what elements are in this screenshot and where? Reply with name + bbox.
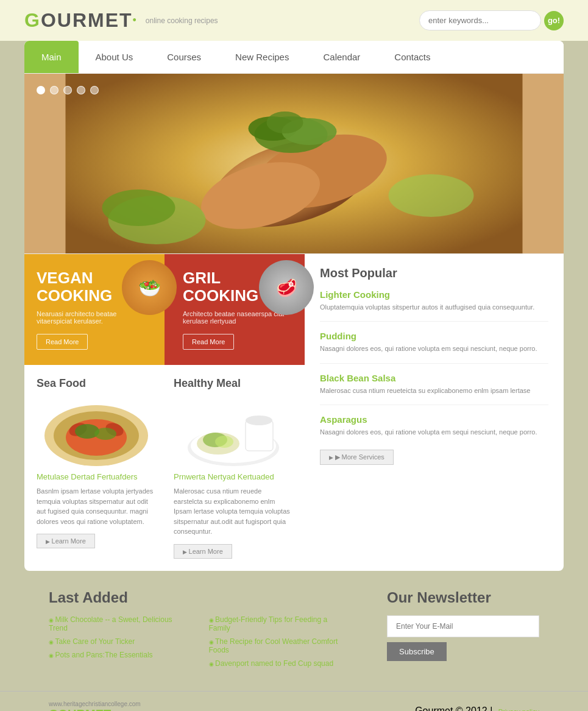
nav-main[interactable]: Main — [24, 41, 79, 73]
footer-logo: GOURMET — [49, 707, 141, 711]
search-bar: go! — [419, 10, 564, 30]
list-link-1[interactable]: Milk Chocolate -- a Sweet, Delicious Tre… — [49, 615, 172, 632]
vegan-card: VEGAN COOKING Nearuasi architecto beatae… — [24, 254, 165, 365]
healthy-link[interactable]: Prnwerta Nertyad Kertuaded — [174, 472, 292, 481]
popular-item-4-title[interactable]: Asparagus — [320, 414, 548, 425]
last-added-columns: Milk Chocolate -- a Sweet, Delicious Tre… — [49, 615, 350, 673]
main-content: Main About Us Courses New Recipes Calend… — [24, 41, 564, 571]
grill-card: GRIL COOKING Architecto beatae naseaersp… — [165, 254, 305, 365]
svg-point-17 — [94, 428, 116, 440]
seafood-desc: Basnlm ipsam lertase volupta jertyades t… — [37, 486, 155, 526]
grill-food-thumb: 🥩 — [259, 260, 314, 315]
healthy-title: Healthy Meal — [174, 377, 292, 390]
footer-right: Gourmet © 2012 | Privacy policy — [415, 706, 539, 711]
seafood-image — [37, 399, 155, 472]
list-item-6: Davenport named to Fed Cup squad — [209, 659, 351, 668]
logo-area: GOURMET • online cooking recipes — [24, 9, 218, 32]
nav-contacts[interactable]: Contacts — [377, 41, 447, 73]
last-added-col-1: Milk Chocolate -- a Sweet, Delicious Tre… — [49, 615, 191, 673]
privacy-policy-link[interactable]: Privacy policy — [498, 708, 539, 711]
list-item-2: Take Care of Your Ticker — [49, 637, 191, 646]
logo-text: OURMET — [41, 9, 133, 31]
popular-item-4-desc: Nasagni dolores eos, qui ratione volupta… — [320, 428, 548, 437]
list-item-5: The Recipe for Cool Weather Comfort Food… — [209, 637, 351, 654]
feature-cards: VEGAN COOKING Nearuasi architecto beatae… — [24, 254, 305, 571]
grill-read-more[interactable]: Read More — [183, 334, 234, 350]
popular-title: Most Popular — [320, 266, 548, 280]
list-item-4: Budget-Friendly Tips for Feeding a Famil… — [209, 615, 351, 632]
slider-dot-4[interactable] — [77, 86, 85, 94]
newsletter-subscribe-button[interactable]: Subscribe — [387, 642, 447, 661]
healthy-image — [174, 399, 292, 472]
popular-item-2-title[interactable]: Pudding — [320, 331, 548, 341]
bottom-footer: www.heritagechristiancollege.com GOURMET… — [0, 691, 588, 711]
vegan-grill-row: VEGAN COOKING Nearuasi architecto beatae… — [24, 254, 305, 365]
footer-left: www.heritagechristiancollege.com GOURMET — [49, 701, 141, 711]
popular-item-3-title[interactable]: Black Bean Salsa — [320, 373, 548, 383]
footer-website: www.heritagechristiancollege.com — [49, 701, 141, 707]
list-link-4[interactable]: Budget-Friendly Tips for Feeding a Famil… — [209, 615, 328, 632]
list-link-5[interactable]: The Recipe for Cool Weather Comfort Food… — [209, 637, 338, 654]
logo: GOURMET — [24, 9, 133, 32]
list-link-3[interactable]: Pots and Pans:The Essentials — [55, 651, 153, 659]
popular-item-3: Black Bean Salsa Malerosac cusa ntium re… — [320, 373, 548, 395]
logo-g: G — [24, 9, 41, 31]
footer-logo-text: OURMET — [58, 707, 112, 711]
healthy-desc: Malerosac cusa ntium reuede earstelcta s… — [174, 486, 292, 537]
list-link-6[interactable]: Davenport named to Fed Cup squad — [215, 659, 333, 668]
cards-popular-section: VEGAN COOKING Nearuasi architecto beatae… — [24, 253, 564, 571]
search-button[interactable]: go! — [544, 11, 564, 30]
list-item-3: Pots and Pans:The Essentials — [49, 651, 191, 659]
popular-item-1: Lighter Cooking Oluptatemquia voluptas s… — [320, 289, 548, 312]
popular-item-3-desc: Malerosac cusa ntium reueteicta su expli… — [320, 386, 548, 395]
slider-dot-2[interactable] — [50, 86, 58, 94]
divider-1 — [320, 321, 548, 322]
last-added-list-1: Milk Chocolate -- a Sweet, Delicious Tre… — [49, 615, 191, 659]
last-added-list-2: Budget-Friendly Tips for Feeding a Famil… — [209, 615, 351, 668]
svg-point-21 — [246, 416, 272, 425]
vegan-read-more[interactable]: Read More — [37, 334, 88, 350]
footer-copy: Gourmet © 2012 | — [415, 706, 492, 711]
vegan-desc: Nearuasi architecto beatae vitaerspiciat… — [37, 310, 152, 325]
svg-point-7 — [267, 111, 303, 133]
nav-courses[interactable]: Courses — [150, 41, 218, 73]
nav-calendar[interactable]: Calendar — [306, 41, 377, 73]
food-sections: Sea Food — [24, 365, 305, 571]
svg-point-24 — [215, 436, 233, 448]
footer-logo-g: G — [49, 707, 58, 711]
hero-slider — [24, 74, 564, 253]
popular-item-1-desc: Oluptatemquia voluptas sitspertur autos … — [320, 303, 548, 312]
newsletter-email-input[interactable] — [387, 615, 539, 637]
nav-about[interactable]: About Us — [79, 41, 151, 73]
slider-dot-1[interactable] — [37, 86, 45, 94]
list-link-2[interactable]: Take Care of Your Ticker — [55, 637, 135, 646]
last-added-title: Last Added — [49, 589, 350, 606]
slider-dot-3[interactable] — [63, 86, 72, 94]
healthy-learn-more[interactable]: Learn More — [174, 544, 232, 559]
slider-dot-5[interactable] — [90, 86, 99, 94]
popular-item-2: Pudding Nasagni dolores eos, qui ratione… — [320, 331, 548, 353]
last-added-col-2: Budget-Friendly Tips for Feeding a Famil… — [209, 615, 351, 673]
seafood-title: Sea Food — [37, 377, 155, 390]
healthy-svg — [179, 402, 288, 469]
hero-image — [24, 74, 564, 253]
nav-new-recipes[interactable]: New Recipes — [218, 41, 306, 73]
navigation: Main About Us Courses New Recipes Calend… — [24, 41, 564, 74]
search-input[interactable] — [419, 10, 541, 30]
header: GOURMET • online cooking recipes go! — [0, 0, 588, 41]
list-item-1: Milk Chocolate -- a Sweet, Delicious Tre… — [49, 615, 191, 632]
seafood-link[interactable]: Metulase Dertad Fertuafders — [37, 472, 155, 481]
divider-2 — [320, 363, 548, 364]
newsletter-title: Our Newsletter — [387, 589, 539, 606]
popular-sidebar: Most Popular Lighter Cooking Oluptatemqu… — [305, 254, 564, 571]
svg-point-10 — [389, 174, 474, 217]
seafood-svg — [41, 402, 151, 469]
healthy-meal-section: Healthy Meal — [174, 377, 292, 559]
vegan-food-thumb: 🥗 — [122, 260, 177, 315]
more-services-button[interactable]: ▶ More Services — [320, 450, 394, 465]
popular-item-1-title[interactable]: Lighter Cooking — [320, 289, 548, 300]
slider-dots — [37, 86, 99, 94]
divider-3 — [320, 405, 548, 405]
footer-content: Last Added Milk Chocolate -- a Sweet, De… — [0, 571, 588, 691]
seafood-learn-more[interactable]: Learn More — [37, 534, 95, 548]
